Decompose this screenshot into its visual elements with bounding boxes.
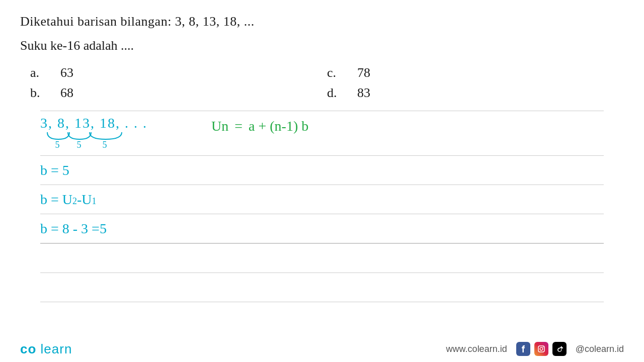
option-b-value: 68 bbox=[60, 85, 73, 101]
un-label: Un bbox=[211, 118, 228, 134]
facebook-icon bbox=[516, 342, 530, 356]
instagram-svg bbox=[538, 345, 545, 352]
footer-right: www.colearn.id bbox=[446, 342, 624, 356]
b-eq-calc-row: b = 8 - 3 =5 bbox=[40, 214, 604, 243]
svg-text:5: 5 bbox=[55, 140, 60, 149]
work-area: 3, 8, 13, 18, . . . 5 5 5 Un bbox=[20, 111, 624, 302]
option-b-label: b. bbox=[30, 85, 45, 101]
option-c-label: c. bbox=[327, 65, 342, 80]
braces-svg: 5 5 5 bbox=[40, 130, 151, 149]
svg-text:5: 5 bbox=[103, 140, 107, 149]
blank-line-2 bbox=[40, 273, 604, 302]
website-text: www.colearn.id bbox=[446, 344, 507, 354]
option-a-label: a. bbox=[30, 65, 45, 80]
svg-text:5: 5 bbox=[77, 140, 82, 149]
colearn-logo-learn: learn bbox=[41, 341, 72, 356]
b-eq-5-row: b = 5 bbox=[40, 156, 604, 185]
option-c: c. 78 bbox=[327, 65, 624, 80]
equals-sign: = bbox=[234, 118, 243, 134]
option-a-value: 63 bbox=[60, 65, 73, 80]
formula-part: Un = a + (n-1) b bbox=[211, 115, 308, 134]
social-handle: @colearn.id bbox=[576, 344, 624, 354]
formula-rhs: a + (n-1) b bbox=[249, 118, 308, 134]
svg-rect-3 bbox=[538, 346, 544, 352]
facebook-svg bbox=[520, 345, 527, 352]
social-icons bbox=[516, 342, 567, 356]
instagram-icon bbox=[534, 342, 548, 356]
seq-numbers: 3, 8, 13, 18, . . . bbox=[40, 115, 151, 131]
colearn-logo-co: co bbox=[20, 341, 36, 356]
option-d: d. 83 bbox=[327, 85, 624, 101]
svg-point-4 bbox=[540, 347, 543, 350]
b-eq-5: b = 5 bbox=[40, 156, 69, 185]
b-eq-u2u1-row: b = U2-U1 bbox=[40, 185, 604, 214]
footer: co learn www.colearn.id bbox=[0, 336, 644, 362]
colearn-logo: co learn bbox=[20, 341, 72, 357]
sequence-row: 3, 8, 13, 18, . . . 5 5 5 Un bbox=[40, 111, 604, 156]
blank-lines bbox=[40, 243, 604, 302]
tiktok-icon bbox=[552, 342, 567, 356]
question-text: Diketahui barisan bilangan: 3, 8, 13, 18… bbox=[20, 14, 624, 29]
option-d-value: 83 bbox=[357, 85, 370, 101]
option-b: b. 68 bbox=[30, 85, 327, 101]
sub-question: Suku ke-16 adalah .... bbox=[20, 38, 624, 53]
tiktok-svg bbox=[556, 345, 563, 352]
svg-point-5 bbox=[542, 347, 543, 348]
option-c-value: 78 bbox=[357, 65, 370, 80]
option-a: a. 63 bbox=[30, 65, 327, 80]
options-grid: a. 63 c. 78 b. 68 d. 83 bbox=[20, 65, 624, 101]
option-d-label: d. bbox=[327, 85, 342, 101]
blank-line-1 bbox=[40, 244, 604, 273]
b-eq-calc: b = 8 - 3 =5 bbox=[40, 215, 107, 243]
sequence-part: 3, 8, 13, 18, . . . 5 5 5 bbox=[40, 115, 151, 149]
main-content: Diketahui barisan bilangan: 3, 8, 13, 18… bbox=[0, 0, 644, 302]
b-eq-u2u1: b = U2-U1 bbox=[40, 186, 97, 214]
